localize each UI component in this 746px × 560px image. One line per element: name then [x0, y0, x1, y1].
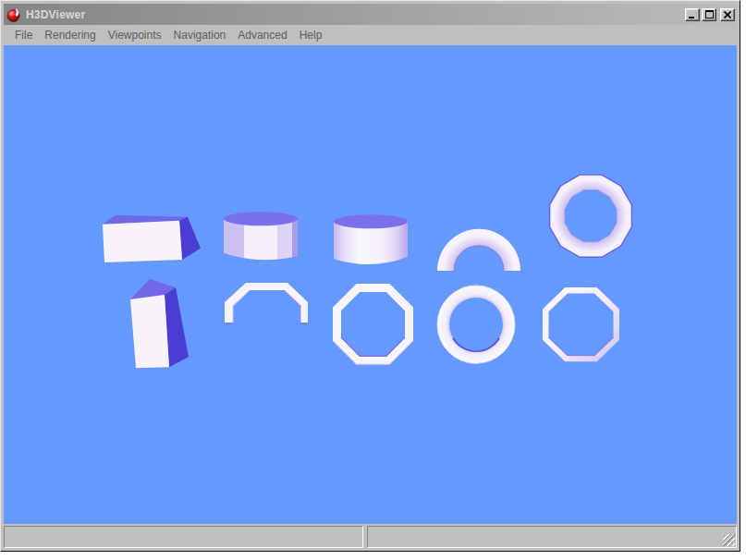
minimize-button[interactable] — [685, 8, 700, 21]
shape-box — [103, 215, 201, 262]
menu-item-navigation[interactable]: Navigation — [169, 27, 231, 43]
viewport-3d[interactable] — [4, 45, 737, 524]
titlebar[interactable]: H3DViewer — [4, 4, 737, 25]
scene-canvas[interactable] — [4, 45, 737, 524]
menubar: File Rendering Viewpoints Navigation Adv… — [4, 25, 737, 45]
statusbar-right-pane — [367, 526, 737, 548]
close-icon — [724, 11, 731, 18]
menu-item-file[interactable]: File — [10, 27, 37, 43]
resize-grip[interactable] — [723, 534, 735, 546]
menu-item-advanced[interactable]: Advanced — [233, 27, 291, 43]
shape-circle-ring — [437, 286, 515, 363]
maximize-icon — [705, 10, 714, 18]
menu-item-rendering[interactable]: Rendering — [40, 27, 100, 43]
window: H3DViewer File Rendering Viewpoints Navi… — [0, 0, 740, 552]
minimize-icon — [689, 11, 696, 18]
window-controls — [683, 8, 735, 21]
statusbar-left-pane — [4, 526, 363, 548]
shape-cylinder-faceted — [224, 212, 298, 260]
shape-cylinder-smooth — [334, 214, 408, 264]
app-icon — [6, 7, 21, 22]
maximize-button[interactable] — [702, 8, 716, 21]
menu-item-viewpoints[interactable]: Viewpoints — [104, 27, 166, 43]
statusbar — [4, 526, 737, 548]
close-button[interactable] — [720, 8, 735, 21]
menu-item-help[interactable]: Help — [295, 27, 327, 43]
window-title: H3DViewer — [26, 8, 85, 21]
